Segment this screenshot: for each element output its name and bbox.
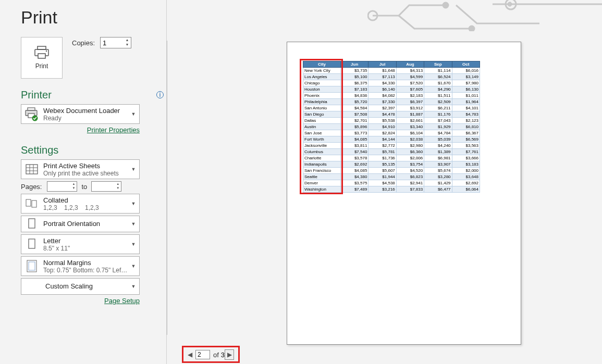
table-row: Fort Worth$4,085$4,144$2,038$5,039$6,569	[303, 136, 480, 143]
copies-down[interactable]: ▼	[124, 43, 130, 47]
table-header: Sep	[424, 61, 452, 68]
preview-table: CityJunJulAugSepOct New York City$3,735$…	[303, 61, 480, 193]
printer-selector[interactable]: Webex Document Loader Ready ▼	[21, 104, 140, 124]
pages-label: Pages:	[21, 183, 42, 191]
table-row: Charlotte$3,578$1,736$2,006$6,981$3,666	[303, 155, 480, 161]
copies-up[interactable]: ▲	[124, 38, 130, 43]
table-row: Washington$7,489$3,216$7,833$6,477$6,064	[303, 186, 480, 193]
print-preview: CityJunJulAugSepOct New York City$3,735$…	[175, 41, 602, 348]
svg-rect-20	[29, 239, 35, 248]
page-setup-link[interactable]: Page Setup	[104, 297, 140, 305]
copies-input[interactable]	[101, 38, 121, 47]
table-row: San Diego$7,508$4,478$1,887$1,176$4,783	[303, 111, 480, 118]
settings-section-title: Settings	[21, 144, 166, 156]
svg-point-1	[443, 3, 448, 8]
table-row: Indianapolis$2,692$5,135$3,754$3,907$3,1…	[303, 161, 480, 168]
printer-ready-icon	[23, 106, 40, 122]
printer-icon	[33, 46, 50, 59]
collate-icon	[23, 195, 40, 212]
pages-from-down[interactable]: ▼	[71, 186, 76, 191]
svg-point-3	[506, 0, 516, 9]
print-button[interactable]: Print	[21, 37, 63, 79]
pages-to-down[interactable]: ▼	[115, 186, 120, 191]
printer-section-title: Printer	[21, 89, 166, 101]
panel-divider	[167, 41, 167, 335]
table-row: Austin$5,896$4,910$3,340$1,929$6,810	[303, 124, 480, 130]
margins-icon	[23, 258, 40, 274]
margins-selector[interactable]: Normal Margins Top: 0.75" Bottom: 0.75" …	[21, 256, 140, 276]
svg-point-0	[368, 11, 377, 20]
pager-of-word: of	[213, 351, 219, 359]
page-navigator: ◀ of 3 ▶	[185, 349, 234, 360]
current-page-input[interactable]	[195, 350, 210, 359]
next-page-button[interactable]: ▶	[225, 349, 234, 360]
svg-point-2	[469, 26, 474, 31]
table-header: Jul	[368, 61, 396, 68]
chevron-down-icon: ▼	[130, 221, 137, 227]
table-row: Columbus$7,540$5,781$6,360$1,389$7,761	[303, 149, 480, 155]
copies-label: Copies:	[72, 39, 95, 47]
svg-rect-6	[38, 54, 45, 58]
chevron-down-icon: ▼	[130, 263, 137, 269]
svg-rect-17	[26, 199, 31, 206]
prev-page-button[interactable]: ◀	[185, 349, 194, 360]
chevron-down-icon: ▼	[130, 111, 137, 117]
chevron-down-icon: ▼	[130, 284, 137, 289]
svg-rect-12	[26, 165, 38, 174]
chevron-down-icon: ▼	[130, 201, 137, 206]
printer-name: Webex Document Loader	[43, 107, 130, 115]
table-header: City	[303, 61, 341, 68]
sheets-icon	[23, 161, 40, 178]
table-row: Los Angeles$5,100$7,113$4,599$6,524$3,14…	[303, 74, 480, 80]
printer-status: Ready	[43, 115, 130, 122]
print-what-selector[interactable]: Print Active Sheets Only print the activ…	[21, 159, 140, 179]
pages-to-up[interactable]: ▲	[115, 182, 120, 186]
pages-from-up[interactable]: ▲	[71, 182, 76, 186]
pages-to-input[interactable]	[92, 182, 113, 191]
svg-point-7	[46, 51, 47, 52]
copies-stepper[interactable]: ▲ ▼	[100, 37, 131, 48]
table-row: San Antonio$4,584$2,397$3,912$6,211$4,10…	[303, 105, 480, 111]
svg-rect-8	[28, 108, 35, 110]
table-header: Oct	[452, 61, 480, 68]
pages-from-input[interactable]	[47, 182, 68, 191]
table-row: Jacksonville$3,811$2,772$2,980$4,240$3,5…	[303, 143, 480, 149]
pages-from-stepper[interactable]: ▲ ▼	[47, 181, 77, 192]
svg-rect-18	[32, 200, 36, 207]
pages-to-stepper[interactable]: ▲ ▼	[91, 181, 121, 192]
pages-to-word: to	[81, 183, 87, 191]
paper-selector[interactable]: Letter 8.5" x 11" ▼	[21, 234, 140, 254]
printer-info-icon[interactable]: i	[156, 91, 164, 98]
table-row: Chicago$6,375$4,330$7,520$1,670$7,980	[303, 80, 480, 86]
svg-rect-4	[38, 46, 46, 49]
table-row: San Jose$3,773$2,824$6,104$4,784$6,367	[303, 130, 480, 136]
table-row: Phoenix$4,836$4,082$2,183$1,511$1,011	[303, 93, 480, 99]
orientation-selector[interactable]: Portrait Orientation ▼	[21, 216, 140, 232]
table-header: Jun	[341, 61, 368, 68]
svg-rect-19	[29, 219, 35, 228]
table-row: Philadelphia$5,720$7,330$6,397$2,509$1,9…	[303, 99, 480, 105]
paper-icon	[23, 236, 40, 253]
chevron-down-icon: ▼	[130, 242, 137, 247]
collate-selector[interactable]: Collated 1,2,3 1,2,3 1,2,3 ▼	[21, 194, 140, 214]
chevron-down-icon: ▼	[130, 167, 137, 172]
printer-properties-link[interactable]: Printer Properties	[87, 126, 140, 134]
table-row: Denver$3,575$4,538$2,941$1,429$2,692	[303, 180, 480, 186]
pager-total: 3	[221, 351, 225, 359]
preview-page: CityJunJulAugSepOct New York City$3,735$…	[287, 42, 521, 345]
table-row: New York City$3,735$1,648$4,313$1,114$6,…	[303, 68, 480, 74]
table-header: Aug	[396, 61, 424, 68]
table-row: Houston$7,183$6,140$7,605$4,290$6,130	[303, 86, 480, 93]
table-row: Seattle$4,380$1,944$6,823$3,280$3,648	[303, 174, 480, 180]
scaling-selector[interactable]: Custom Scaling ▼	[21, 278, 140, 295]
decorative-circuit	[367, 0, 602, 31]
table-row: Dallas$2,701$5,538$2,661$7,043$2,123	[303, 118, 480, 124]
table-row: San Francisco$4,085$5,607$4,520$5,674$2,…	[303, 168, 480, 174]
page-title: Print	[21, 7, 166, 28]
print-button-label: Print	[35, 62, 48, 70]
portrait-icon	[23, 216, 40, 232]
